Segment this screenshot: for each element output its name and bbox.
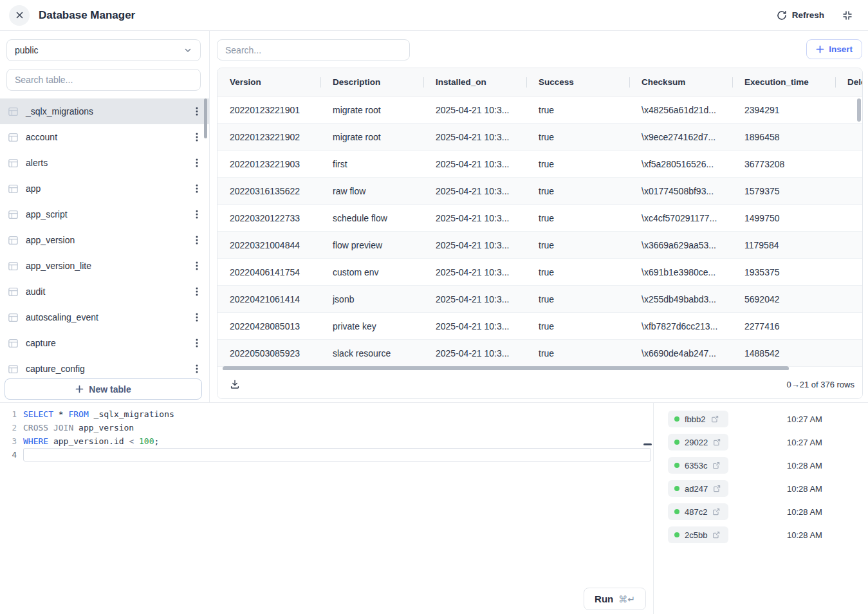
table-menu-button[interactable] [191,209,203,220]
table-cell: true [526,132,629,142]
sidebar-scrollbar[interactable] [204,98,207,138]
code-line-2[interactable]: 2CROSS JOIN app_version [0,421,653,434]
table-cell: migrate root [320,105,423,115]
table-cell: true [526,267,629,277]
query-result-pill[interactable]: 2c5bb [668,526,728,543]
table-menu-button[interactable] [191,286,203,297]
editor-scrollbar[interactable] [643,443,652,445]
column-header-deleted[interactable]: Deleted [835,77,862,87]
table-cell: \x9ece274162d7... [629,132,732,142]
column-header-version[interactable]: Version [217,77,320,87]
query-result-pill[interactable]: 6353c [668,457,728,474]
status-dot-icon [674,416,679,422]
refresh-label: Refresh [792,10,824,20]
kebab-icon [196,338,198,348]
query-result-pill[interactable]: ad247 [668,480,728,497]
table-row[interactable]: 20220428085013private key2025-04-21 10:3… [217,313,862,340]
table-row[interactable]: 20220123221902migrate root2025-04-21 10:… [217,124,862,151]
grid-area: Insert VersionDescriptionInstalled_onSuc… [210,31,868,402]
table-cell: raw flow [320,186,423,196]
sidebar-item-capture[interactable]: capture [0,330,209,356]
query-timestamp: 10:27 AM [787,438,822,447]
table-row[interactable]: 20220421061414jsonb2025-04-21 10:3...tru… [217,286,862,313]
code-text: WHERE app_version.id < 100; [23,434,651,448]
sidebar-item-app_version[interactable]: app_version [0,227,209,253]
table-name: capture_config [26,364,85,374]
insert-button[interactable]: Insert [806,39,862,59]
table-row[interactable]: 20220320122733schedule flow2025-04-21 10… [217,205,862,232]
sidebar-item-audit[interactable]: audit [0,279,209,304]
bottom-section: 1SELECT * FROM _sqlx_migrations2CROSS JO… [0,402,868,614]
chevron-down-icon [183,46,192,55]
table-cell: 2025-04-21 10:3... [423,105,526,115]
status-dot-icon [674,486,679,491]
table-icon [8,235,19,246]
external-link-icon [711,415,719,423]
run-button[interactable]: Run ⌘↵ [584,588,646,610]
query-history-item: ad24710:28 AM [654,477,868,500]
schema-selector[interactable]: public [6,39,201,61]
table-cell: \x691b1e3980ce... [629,267,732,277]
table-row[interactable]: 20220316135622raw flow2025-04-21 10:3...… [217,178,862,205]
close-button[interactable] [9,5,30,26]
sidebar-item-capture_config[interactable]: capture_config [0,356,209,374]
code-line-3[interactable]: 3WHERE app_version.id < 100; [0,434,653,448]
sidebar-item-app_version_lite[interactable]: app_version_lite [0,253,209,279]
table-menu-button[interactable] [191,183,203,194]
table-menu-button[interactable] [191,363,203,374]
grid-search-input[interactable] [217,39,410,60]
table-row[interactable]: 20220503085923slack resource2025-04-21 1… [217,340,862,367]
table-icon [8,364,19,375]
query-result-pill[interactable]: fbbb2 [668,411,728,427]
table-menu-button[interactable] [191,106,203,117]
table-row[interactable]: 20220406141754custom env2025-04-21 10:3.… [217,259,862,286]
query-result-pill[interactable]: 487c2 [668,503,728,520]
table-cell: 20220503085923 [217,348,320,358]
external-link-icon [712,531,720,539]
status-dot-icon [674,532,679,537]
sql-editor[interactable]: 1SELECT * FROM _sqlx_migrations2CROSS JO… [0,403,654,614]
table-cell: true [526,240,629,250]
external-link-icon [713,438,721,446]
table-cell: true [526,159,629,169]
exit-fullscreen-button[interactable] [842,10,853,21]
table-menu-button[interactable] [191,234,203,246]
table-cell: 20220316135622 [217,186,320,196]
code-line-4[interactable]: 4 [0,448,653,461]
table-cell: 20220123221901 [217,105,320,115]
table-menu-button[interactable] [191,312,203,323]
code-line-1[interactable]: 1SELECT * FROM _sqlx_migrations [0,407,653,421]
column-header-description[interactable]: Description [320,77,423,87]
grid-vertical-scrollbar[interactable] [857,98,861,122]
sidebar-item-autoscaling_event[interactable]: autoscaling_event [0,304,209,330]
column-header-installed_on[interactable]: Installed_on [423,77,526,87]
table-cell: true [526,348,629,358]
table-menu-button[interactable] [191,260,203,272]
table-menu-button[interactable] [191,131,203,143]
refresh-button[interactable]: Refresh [777,10,824,21]
data-grid: VersionDescriptionInstalled_onSuccessChe… [217,68,863,399]
table-search-input[interactable] [6,69,201,91]
sidebar-item-account[interactable]: account [0,124,209,150]
column-header-checksum[interactable]: Checksum [629,77,732,87]
sidebar-item-_sqlx_migrations[interactable]: _sqlx_migrations [0,98,209,124]
sidebar-item-app[interactable]: app [0,176,209,201]
table-menu-button[interactable] [191,337,203,349]
query-result-pill[interactable]: 29022 [668,434,728,451]
query-timestamp: 10:28 AM [787,507,822,517]
table-name: alerts [26,158,48,168]
column-header-success[interactable]: Success [526,77,629,87]
download-button[interactable] [227,377,243,392]
table-cell: 1896458 [732,132,835,142]
sidebar-item-alerts[interactable]: alerts [0,150,209,176]
table-cell: 1579375 [732,186,835,196]
new-table-button[interactable]: New table [5,378,202,400]
column-header-execution_time[interactable]: Execution_time [732,77,835,87]
insert-label: Insert [829,44,853,54]
table-row[interactable]: 20220321004844flow preview2025-04-21 10:… [217,232,862,259]
table-cell: \x48256a61d21d... [629,105,732,115]
sidebar-item-app_script[interactable]: app_script [0,201,209,227]
table-menu-button[interactable] [191,157,203,169]
table-row[interactable]: 20220123221901migrate root2025-04-21 10:… [217,97,862,124]
table-row[interactable]: 20220123221903first2025-04-21 10:3...tru… [217,151,862,178]
